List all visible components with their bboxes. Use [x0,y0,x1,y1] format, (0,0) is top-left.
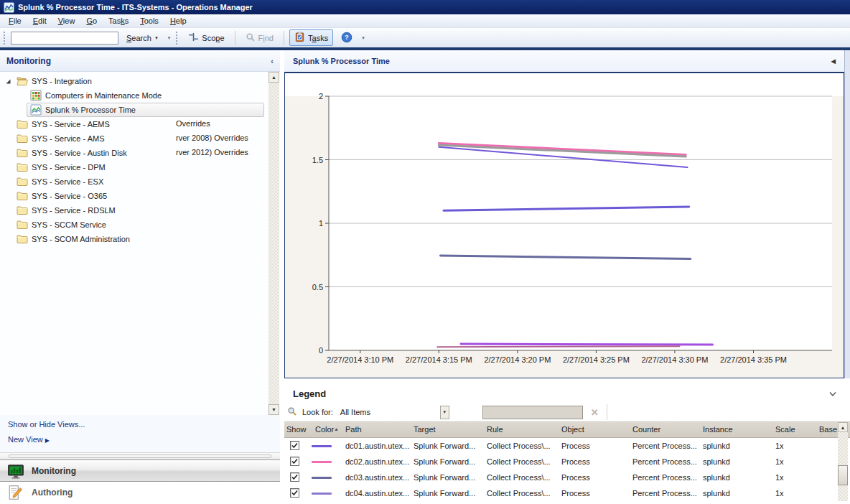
nav-authoring-button[interactable]: Authoring [0,482,280,503]
tasks-pane-gutter[interactable] [844,50,850,378]
tree-item-sys-service-ams[interactable]: SYS - Service - AMS [3,131,108,146]
app-icon [4,2,14,13]
legend-row-dc04[interactable]: dc04.austin.utex...Splunk Forward...Coll… [284,485,850,501]
scroll-up-icon[interactable]: ▲ [268,72,279,83]
legend-row-dc03[interactable]: dc03.austin.utex...Splunk Forward...Coll… [284,470,850,485]
tree-item-sys-sccm-service[interactable]: SYS - SCCM Service [3,218,110,232]
pane-splitter[interactable] [0,452,280,459]
menu-edit[interactable]: Edit [27,15,52,27]
toolbar-grip-icon[interactable] [4,32,6,45]
tree-item-label: SYS - Service - Austin Disk [32,149,127,157]
series-color-swatch [312,461,332,463]
cell-instance: splunkd [703,473,730,482]
tree-item-sys-integration[interactable]: SYS - Integration [3,74,95,88]
show-checkbox[interactable] [290,457,299,466]
nav-monitoring-button[interactable]: Monitoring [0,459,280,482]
menu-tools[interactable]: Tools [134,15,164,27]
view-links: Show or Hide Views... New View ▶ [0,415,280,452]
show-checkbox[interactable] [290,488,299,498]
column-header-show[interactable]: Show [286,425,307,434]
chevron-left-icon[interactable]: ‹ [271,57,274,65]
svg-text:0: 0 [319,346,323,355]
column-header-instance[interactable]: Instance [703,425,733,434]
column-header-scale[interactable]: Scale [775,425,795,434]
look-for-selected: All Items [340,408,440,416]
tree-item-sys-service-dpm[interactable]: SYS - Service - DPM [3,160,109,174]
look-for-dropdown[interactable]: All Items ▼ [340,406,449,419]
cell-rule: Collect Process\... [487,457,551,466]
toolbar: Search ▼ ▾ Scope Find Tasks ? [0,28,850,47]
show-checkbox[interactable] [290,441,299,450]
menu-go[interactable]: Go [80,15,103,27]
folder-open-icon [17,75,28,87]
help-button[interactable]: ? [336,29,358,47]
toolbar-grip-icon[interactable] [176,32,179,45]
magnifier-icon [287,406,298,419]
tree-item-label: Splunk % Processor Time [45,106,136,114]
authoring-icon [7,485,24,500]
column-header-object[interactable]: Object [561,425,584,434]
operations-manager-window: Splunk % Processor Time - ITS-Systems - … [0,0,850,504]
tree-item-sys-service-rdslm[interactable]: SYS - Service - RDSLM [3,203,119,218]
scroll-thumb[interactable] [838,465,848,485]
tree-scrollbar[interactable]: ▲ ▼ [268,72,279,415]
cell-object: Process [561,473,590,482]
scroll-down-icon[interactable]: ▼ [268,404,279,415]
column-header-counter[interactable]: Counter [632,425,660,434]
svg-text:2: 2 [319,92,323,101]
tree-item-label: SYS - Integration [32,77,92,85]
legend-scrollbar[interactable]: ▲ [838,422,848,501]
column-header-target[interactable]: Target [414,425,436,434]
legend-header[interactable]: Legend [284,384,850,403]
column-header-color[interactable]: Color [315,425,334,434]
tree-expander-icon[interactable] [3,78,13,85]
tree-item-splunk-processor-time[interactable]: Splunk % Processor Time [17,103,264,117]
state-grid-icon [30,90,42,101]
tree-item-sys-service-o365[interactable]: SYS - Service - O365 [3,189,111,203]
chevron-down-icon[interactable] [828,388,837,399]
scope-button[interactable]: Scope [183,29,229,46]
column-header-base[interactable]: Base [819,425,837,434]
look-for-label: Look for: [302,408,333,416]
menu-tasks[interactable]: Tasks [103,15,134,27]
view-pane: Splunk % Processor Time ◀ 00.511.522/27/… [280,50,850,503]
search-input[interactable] [11,32,118,45]
cell-counter: Percent Process... [632,457,697,466]
menu-file[interactable]: File [3,15,27,27]
chevron-down-icon[interactable]: ▼ [440,406,449,419]
legend-filter-input[interactable] [482,406,583,419]
svg-text:1.5: 1.5 [312,156,323,164]
triangle-left-icon[interactable]: ◀ [831,58,836,65]
cell-rule: Collect Process\... [487,442,551,450]
find-button[interactable]: Find [240,30,279,46]
new-view-link[interactable]: New View ▶ [8,435,272,444]
show-or-hide-views-link[interactable]: Show or Hide Views... [8,420,272,429]
clipboard-check-icon [294,32,305,44]
cell-target: Splunk Forward... [414,457,475,466]
cell-path: dc01.austin.utex... [345,442,409,450]
series-color-swatch [312,493,332,495]
show-checkbox[interactable] [290,472,299,482]
column-header-path[interactable]: Path▲ [345,425,362,434]
tasks-button[interactable]: Tasks [289,29,333,46]
menu-help[interactable]: Help [164,15,192,27]
tree-item-sys-service-esx[interactable]: SYS - Service - ESX [3,174,107,189]
legend-row-dc02[interactable]: dc02.austin.utex...Splunk Forward...Coll… [284,454,850,470]
tree-item-sys-service-aems[interactable]: SYS - Service - AEMS [3,117,113,131]
scroll-up-icon[interactable]: ▲ [838,422,848,432]
menu-view[interactable]: View [52,15,81,27]
tree-item-sys-scom-administration[interactable]: SYS - SCOM Administration [3,232,134,246]
toolbar-overflow-icon[interactable]: ▾ [360,35,366,41]
svg-text:2/27/2014 3:15 PM: 2/27/2014 3:15 PM [406,355,472,364]
column-header-rule[interactable]: Rule [487,425,503,434]
svg-text:2/27/2014 3:35 PM: 2/27/2014 3:35 PM [720,355,787,364]
toolbar-overflow-icon[interactable]: ▾ [167,35,172,41]
tree-item-sys-service-austin-disk[interactable]: SYS - Service - Austin Disk [3,146,131,160]
tree-item-computers-in-maintenance-mode[interactable]: Computers in Maintenance Mode [17,88,165,103]
monitoring-icon [7,463,24,479]
nav-button-label: Monitoring [32,466,76,476]
legend-row-dc01[interactable]: dc01.austin.utex...Splunk Forward...Coll… [284,438,850,454]
clear-filter-icon[interactable]: ✕ [587,407,602,418]
sort-ascending-icon: ▲ [334,426,339,431]
search-button[interactable]: Search ▼ [121,32,164,45]
